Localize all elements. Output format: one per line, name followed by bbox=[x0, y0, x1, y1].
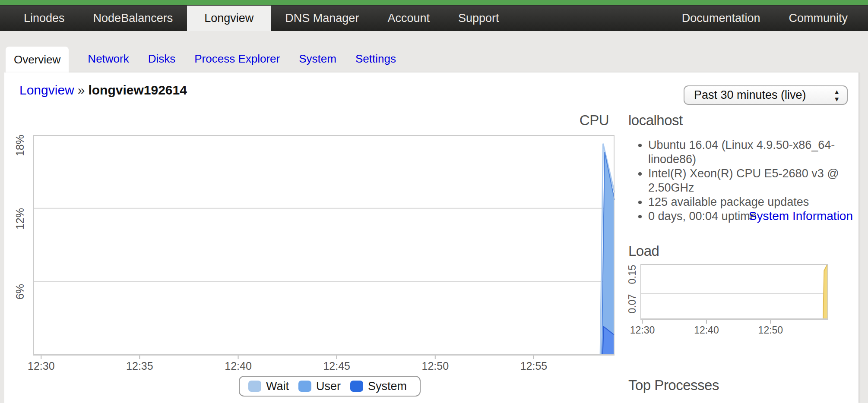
y-axis-label: 6% bbox=[14, 277, 25, 307]
cpu-chart-svg bbox=[33, 135, 615, 361]
cpu-chart: 12:3012:3512:4012:4512:5012:5518%12%6% bbox=[33, 135, 615, 355]
tab-disks[interactable]: Disks bbox=[148, 52, 176, 66]
tab-overview[interactable]: Overview bbox=[6, 47, 69, 72]
nav-item-nodebalancers[interactable]: NodeBalancers bbox=[79, 6, 187, 31]
legend-item-system: System bbox=[350, 380, 407, 393]
cpu-section-title: CPU bbox=[544, 112, 609, 129]
legend-item-wait: Wait bbox=[248, 380, 289, 393]
nav-item-longview[interactable]: Longview bbox=[187, 6, 271, 31]
y-axis-label: 18% bbox=[14, 130, 25, 161]
x-axis-label: 12:40 bbox=[686, 324, 727, 336]
nav-item-linodes[interactable]: Linodes bbox=[10, 6, 79, 31]
tab-network[interactable]: Network bbox=[88, 52, 129, 66]
breadcrumb: Longview»longview192614 bbox=[19, 83, 187, 98]
time-range-select[interactable]: Past 30 minutes (live) ▲▼ bbox=[684, 85, 848, 105]
load-section-title: Load bbox=[628, 243, 659, 259]
breadcrumb-longview-link[interactable]: Longview bbox=[19, 83, 74, 97]
top-accent-bar bbox=[0, 0, 868, 5]
x-axis-label: 12:30 bbox=[621, 324, 663, 336]
legend-label: User bbox=[316, 380, 341, 393]
user-swatch-icon bbox=[298, 381, 311, 392]
x-axis-label: 12:45 bbox=[316, 360, 358, 372]
nav-item-account[interactable]: Account bbox=[373, 6, 444, 31]
x-axis-label: 12:40 bbox=[218, 360, 259, 372]
nav-spacer bbox=[513, 6, 658, 31]
legend-item-user: User bbox=[298, 380, 341, 393]
select-stepper-icon: ▲▼ bbox=[833, 88, 840, 103]
x-axis-label: 12:50 bbox=[750, 324, 791, 336]
x-axis-label: 12:55 bbox=[513, 360, 554, 372]
host-detail-os: Ubuntu 16.04 (Linux 4.9.50-x86_64-linode… bbox=[648, 138, 853, 167]
x-axis-label: 12:50 bbox=[415, 360, 456, 372]
load-chart-svg bbox=[640, 264, 828, 325]
y-axis-label: 12% bbox=[14, 204, 25, 234]
tab-system[interactable]: System bbox=[299, 52, 336, 66]
top-processes-title: Top Processes bbox=[628, 377, 719, 394]
content-panel: Longview»longview192614 Past 30 minutes … bbox=[4, 72, 858, 403]
nav-item-dns-manager[interactable]: DNS Manager bbox=[271, 6, 373, 31]
time-range-value: Past 30 minutes (live) bbox=[694, 88, 806, 102]
nav-item-community[interactable]: Community bbox=[774, 6, 862, 31]
nav-item-support[interactable]: Support bbox=[444, 6, 513, 31]
host-title: localhost bbox=[628, 112, 683, 129]
tab-settings[interactable]: Settings bbox=[355, 52, 396, 66]
host-detail-cpu: Intel(R) Xeon(R) CPU E5-2680 v3 @ 2.50GH… bbox=[648, 167, 853, 195]
y-axis-label: 0.07 bbox=[627, 289, 638, 319]
host-detail-updates: 125 available package updates bbox=[648, 195, 853, 209]
x-axis-label: 12:30 bbox=[20, 360, 62, 372]
legend-label: System bbox=[368, 380, 407, 393]
system-information-link[interactable]: System Information bbox=[749, 209, 853, 223]
nav-right-group: Documentation Community bbox=[658, 6, 868, 31]
breadcrumb-current: longview192614 bbox=[88, 83, 187, 97]
nav-item-documentation[interactable]: Documentation bbox=[668, 6, 775, 31]
load-chart: 12:3012:4012:500.150.07 bbox=[640, 264, 828, 319]
legend-label: Wait bbox=[266, 380, 289, 393]
longview-tab-strip: Overview Network Disks Process Explorer … bbox=[0, 31, 868, 72]
x-axis-label: 12:35 bbox=[119, 360, 160, 372]
breadcrumb-separator: » bbox=[74, 83, 89, 97]
system-swatch-icon bbox=[350, 381, 363, 392]
wait-swatch-icon bbox=[248, 381, 261, 392]
tab-process-explorer[interactable]: Process Explorer bbox=[194, 52, 280, 66]
main-nav: Linodes NodeBalancers Longview DNS Manag… bbox=[0, 5, 868, 31]
y-axis-label: 0.15 bbox=[627, 259, 638, 290]
cpu-legend: Wait User System bbox=[239, 376, 421, 397]
